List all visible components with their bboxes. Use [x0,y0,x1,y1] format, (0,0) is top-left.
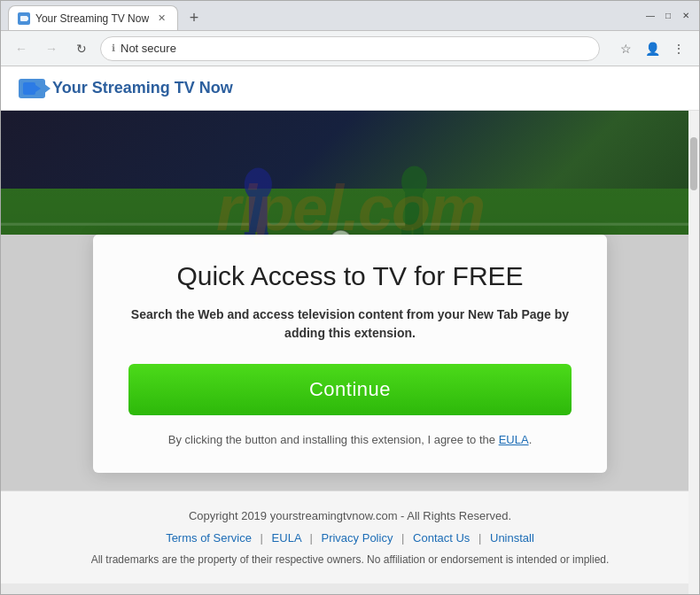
footer-link-eula[interactable]: EULA [272,531,301,545]
close-button[interactable]: ✕ [680,10,692,22]
site-header: Your Streaming TV Now [1,66,699,111]
tab-title: Your Streaming TV Now [35,12,149,25]
security-icon: ℹ [112,42,115,54]
scrollbar[interactable] [688,111,699,594]
legal-text-after: . [529,433,533,446]
legal-text-before: By clicking the button and installing th… [168,433,499,446]
modal-card: Quick Access to TV for FREE Search the W… [93,235,607,473]
reload-button[interactable]: ↻ [70,37,93,60]
svg-point-10 [401,166,427,197]
svg-rect-7 [249,196,268,232]
account-button[interactable]: 👤 [641,37,664,60]
url-text: Not secure [121,42,176,55]
footer-link-contact[interactable]: Contact Us [413,531,470,545]
tab-close-button[interactable]: ✕ [154,12,168,26]
footer-copyright: Copyright 2019 yourstreamingtvnow.com - … [19,509,681,522]
maximize-button[interactable]: □ [662,10,674,22]
footer-link-tos[interactable]: Terms of Service [166,531,252,545]
url-bar[interactable]: ℹ Not secure [100,36,600,61]
tab-favicon [18,12,30,25]
svg-rect-2 [23,82,35,95]
window-controls: — □ ✕ [644,10,692,22]
tab-area: Your Streaming TV Now ✕ + [8,1,639,30]
svg-rect-5 [1,223,699,226]
continue-button[interactable]: Continue [128,364,572,415]
scrollbar-thumb[interactable] [690,137,697,190]
browser-frame: Your Streaming TV Now ✕ + — □ ✕ ← → ↻ ℹ … [0,0,700,595]
eula-link[interactable]: EULA [499,433,529,446]
svg-marker-3 [35,85,41,92]
footer-links: Terms of Service | EULA | Privacy Policy… [19,531,681,545]
address-bar: ← → ↻ ℹ Not secure ☆ 👤 ⋮ [1,31,699,66]
new-tab-button[interactable]: + [182,5,206,30]
svg-rect-11 [405,192,423,227]
title-bar: Your Streaming TV Now ✕ + — □ ✕ [1,1,699,31]
site-logo-text: Your Streaming TV Now [52,79,233,97]
forward-button[interactable]: → [40,37,63,60]
bookmark-button[interactable]: ☆ [614,37,637,60]
page-content: ripel.com Quick Access to TV for FREE Se… [1,111,699,594]
site-logo: Your Streaming TV Now [19,79,233,98]
minimize-button[interactable]: — [644,10,657,22]
footer-disclaimer: All trademarks are the property of their… [19,553,681,566]
back-button[interactable]: ← [10,37,33,60]
modal-title: Quick Access to TV for FREE [128,261,572,291]
url-bar-actions: ☆ 👤 ⋮ [614,37,690,60]
modal-subtitle: Search the Web and access television con… [128,305,572,343]
footer-link-privacy[interactable]: Privacy Policy [321,531,393,545]
active-tab[interactable]: Your Streaming TV Now ✕ [8,5,178,30]
site-footer: Copyright 2019 yourstreamingtvnow.com - … [1,491,699,583]
footer-link-uninstall[interactable]: Uninstall [490,531,534,545]
menu-button[interactable]: ⋮ [667,37,690,60]
legal-text: By clicking the button and installing th… [128,433,572,446]
logo-icon [19,79,45,98]
